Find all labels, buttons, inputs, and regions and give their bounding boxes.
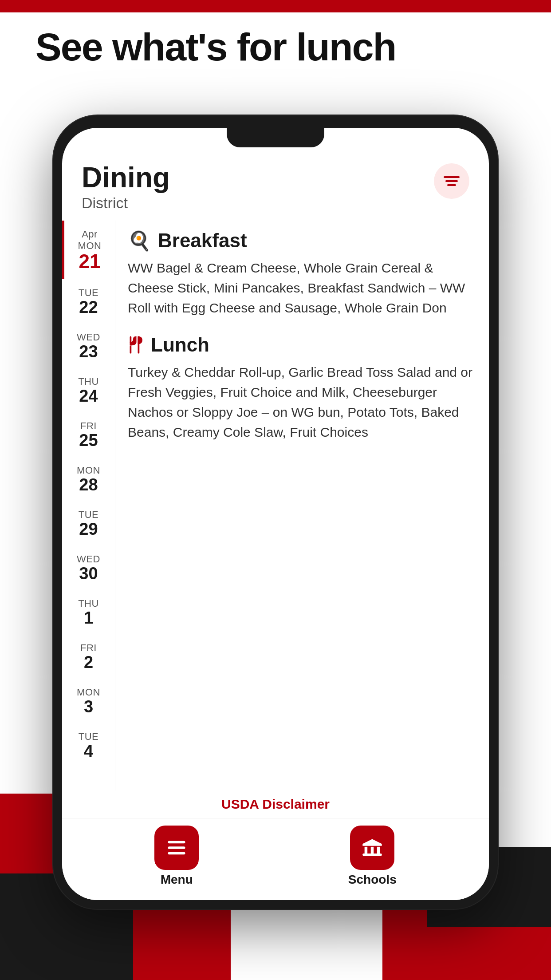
- date-day-name: MON: [77, 687, 100, 698]
- breakfast-icon: 🍳: [128, 230, 151, 252]
- screen-inner: Dining District AprMON21TUE22WED23THU24F…: [62, 128, 489, 900]
- meal-title-breakfast: Breakfast: [158, 229, 247, 252]
- date-number: 30: [79, 565, 98, 582]
- date-sidebar: AprMON21TUE22WED23THU24FRI25MON28TUE29WE…: [62, 221, 115, 790]
- meal-description-breakfast: WW Bagel & Cream Cheese, Whole Grain Cer…: [128, 258, 473, 318]
- date-number: 21: [79, 252, 101, 271]
- date-number: 22: [79, 299, 98, 316]
- date-item-3[interactable]: MON3: [62, 679, 115, 723]
- bg-top-bar: [0, 0, 551, 12]
- lunch-icon: [128, 336, 144, 354]
- date-item-23[interactable]: WED23: [62, 324, 115, 368]
- date-day-name: TUE: [79, 731, 99, 743]
- date-item-22[interactable]: TUE22: [62, 279, 115, 324]
- date-item-30[interactable]: WED30: [62, 545, 115, 590]
- filter-line-1: [444, 176, 460, 178]
- date-day-name: TUE: [79, 509, 99, 521]
- filter-button[interactable]: [434, 163, 469, 199]
- svg-rect-1: [130, 346, 132, 354]
- date-item-28[interactable]: MON28: [62, 457, 115, 501]
- phone-screen: Dining District AprMON21TUE22WED23THU24F…: [62, 128, 489, 900]
- date-item-25[interactable]: FRI25: [62, 412, 115, 457]
- app-title: Dining: [82, 163, 170, 192]
- bottom-nav: Menu Schools: [62, 818, 489, 900]
- date-day-name: FRI: [80, 420, 97, 432]
- date-number: 4: [84, 743, 93, 759]
- meal-header-breakfast: 🍳 Breakfast: [128, 229, 473, 252]
- date-day-name: MON: [77, 465, 100, 476]
- date-number: 23: [79, 343, 98, 360]
- meal-section-lunch: Lunch Turkey & Cheddar Roll-up, Garlic B…: [128, 334, 473, 442]
- svg-rect-5: [168, 852, 185, 854]
- date-day-name: TUE: [79, 287, 99, 299]
- svg-rect-6: [365, 847, 368, 854]
- date-number: 25: [79, 432, 98, 449]
- app-title-block: Dining District: [82, 163, 170, 212]
- page-headline: See what's for lunch: [35, 27, 516, 67]
- date-number: 29: [79, 521, 98, 537]
- date-day-name: WED: [77, 553, 100, 565]
- phone-frame: Dining District AprMON21TUE22WED23THU24F…: [53, 115, 498, 909]
- svg-rect-9: [363, 854, 382, 856]
- date-item-1[interactable]: THU1: [62, 590, 115, 634]
- filter-icon: [444, 176, 460, 186]
- meal-title-lunch: Lunch: [151, 334, 209, 356]
- svg-rect-7: [371, 847, 374, 854]
- menu-nav-icon: [154, 826, 199, 870]
- date-number: 1: [84, 609, 93, 626]
- schools-nav-label: Schools: [348, 873, 397, 887]
- app-subtitle: District: [82, 194, 170, 212]
- svg-rect-8: [377, 847, 380, 854]
- disclaimer-bar: USDA Disclaimer: [62, 790, 489, 818]
- date-day-name: WED: [77, 332, 100, 343]
- filter-line-2: [445, 180, 458, 182]
- date-item-24[interactable]: THU24: [62, 368, 115, 412]
- date-item-4[interactable]: TUE4: [62, 723, 115, 767]
- date-number: 28: [79, 476, 98, 493]
- date-item-21[interactable]: AprMON21: [62, 221, 115, 279]
- disclaimer-text: USDA Disclaimer: [221, 797, 330, 811]
- date-item-2[interactable]: FRI2: [62, 634, 115, 679]
- date-day-name: THU: [78, 376, 99, 387]
- phone-notch: [227, 128, 324, 147]
- svg-rect-0: [130, 336, 132, 343]
- meal-section-breakfast: 🍳 Breakfast WW Bagel & Cream Cheese, Who…: [128, 229, 473, 318]
- date-number: 3: [84, 698, 93, 715]
- meal-header-lunch: Lunch: [128, 334, 473, 356]
- date-day-name: FRI: [80, 642, 97, 654]
- date-number: 2: [84, 654, 93, 671]
- schools-nav-icon: [350, 826, 394, 870]
- meal-description-lunch: Turkey & Cheddar Roll-up, Garlic Bread T…: [128, 362, 473, 442]
- filter-line-3: [447, 184, 456, 186]
- date-day-name: THU: [78, 598, 99, 609]
- schools-nav-button[interactable]: Schools: [348, 826, 397, 887]
- content-area: AprMON21TUE22WED23THU24FRI25MON28TUE29WE…: [62, 221, 489, 790]
- date-number: 24: [79, 387, 98, 404]
- date-month: Apr: [82, 229, 98, 240]
- svg-rect-4: [168, 846, 185, 849]
- svg-rect-3: [168, 841, 185, 843]
- menu-nav-button[interactable]: Menu: [154, 826, 199, 887]
- menu-nav-label: Menu: [161, 873, 193, 887]
- menu-content[interactable]: 🍳 Breakfast WW Bagel & Cream Cheese, Who…: [115, 221, 489, 790]
- date-item-29[interactable]: TUE29: [62, 501, 115, 545]
